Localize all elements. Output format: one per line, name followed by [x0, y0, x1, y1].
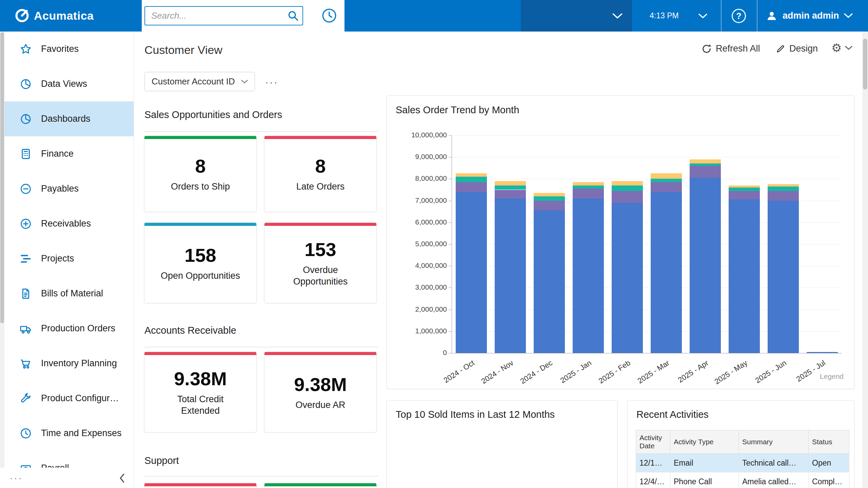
bar-segment-series-purple[interactable] — [690, 166, 721, 178]
bar-segment-series-teal[interactable] — [768, 187, 799, 191]
bar-segment-series-teal[interactable] — [651, 179, 682, 182]
collapse-sidebar-icon[interactable] — [119, 473, 125, 485]
sidebar-scrollbar[interactable] — [0, 32, 4, 488]
bar-segment-series-blue[interactable] — [456, 192, 487, 353]
table-row[interactable]: 12/4/…Phone CallAmelia called…Compl… — [636, 472, 849, 488]
sidebar-item-favorites[interactable]: Favorites — [4, 32, 134, 66]
bar-segment-series-purple[interactable] — [573, 189, 604, 198]
kpi-card-total-credit-extended[interactable]: 9.38M Total Credit Extended — [144, 352, 257, 432]
bar-segment-series-purple[interactable] — [651, 182, 682, 192]
filter-more-button[interactable]: ··· — [265, 73, 278, 92]
column-header-summary[interactable]: Summary — [739, 430, 809, 454]
gear-icon: ⚙ — [831, 42, 842, 54]
bar-segment-series-blue[interactable] — [495, 198, 526, 353]
section-divider — [144, 476, 378, 476]
sidebar-item-payables[interactable]: Payables — [4, 171, 134, 206]
sidebar: Favorites Data Views Dashboards Finance … — [0, 32, 134, 488]
support-card-right[interactable] — [264, 483, 377, 488]
bar-segment-series-blue[interactable] — [768, 201, 799, 353]
design-label: Design — [789, 43, 818, 54]
sidebar-item-projects[interactable]: Projects — [4, 241, 134, 276]
bar-segment-series-purple[interactable] — [456, 182, 487, 192]
gridline — [452, 179, 842, 179]
bar-segment-series-blue[interactable] — [573, 198, 604, 353]
bar-segment-series-yellow[interactable] — [729, 186, 760, 188]
design-button[interactable]: Design — [776, 43, 818, 54]
bar-segment-series-blue[interactable] — [651, 192, 682, 353]
kpi-card-orders-to-ship[interactable]: 8 Orders to Ship — [144, 136, 257, 212]
bar-segment-series-yellow[interactable] — [495, 181, 526, 186]
column-header-activity-type[interactable]: Activity Type — [670, 430, 739, 454]
kpi-card-late-orders[interactable]: 8 Late Orders — [264, 136, 377, 212]
sidebar-item-dashboards[interactable]: Dashboards — [4, 101, 134, 136]
bar-segment-series-purple[interactable] — [612, 191, 643, 203]
bar-segment-series-blue[interactable] — [534, 210, 565, 353]
page-scrollbar[interactable] — [862, 32, 868, 488]
sales-order-trend-widget: Sales Order Trend by Month 01,000,0002,0… — [387, 95, 854, 389]
sidebar-item-bills-of-material[interactable]: Bills of Material — [4, 276, 134, 311]
help-button[interactable]: ? — [732, 9, 746, 23]
kpi-card-overdue-opportunities[interactable]: 153 Overdue Opportunities — [264, 222, 377, 303]
sidebar-more-button[interactable]: ··· — [9, 468, 23, 488]
y-axis-label: 2,000,000 — [387, 305, 447, 313]
page-scrollbar-thumb[interactable] — [863, 39, 867, 90]
company-selector[interactable] — [521, 0, 632, 32]
business-date-icon[interactable] — [321, 7, 338, 24]
customer-account-id-dropdown[interactable]: Customer Account ID — [144, 72, 255, 91]
bar-segment-series-teal[interactable] — [573, 186, 604, 189]
brand-wordmark[interactable]: Acumatica — [34, 0, 94, 32]
time-selector[interactable]: 4:13 PM — [632, 0, 719, 32]
table-row[interactable]: 12/1…EmailTechnical call…Open — [636, 454, 849, 472]
bar-segment-series-yellow[interactable] — [534, 193, 565, 196]
acumatica-logo-icon[interactable] — [14, 8, 30, 25]
kpi-card-open-opportunities[interactable]: 158 Open Opportunities — [144, 222, 257, 303]
y-axis-label: 10,000,000 — [387, 131, 447, 139]
truck-icon — [19, 322, 32, 335]
kpi-accent-bar — [144, 136, 256, 139]
bar-segment-series-yellow[interactable] — [456, 173, 487, 177]
bar-segment-series-teal[interactable] — [690, 163, 721, 165]
sidebar-item-product-configurator[interactable]: Product Configur… — [4, 381, 134, 416]
kpi-card-overdue-ar[interactable]: 9.38M Overdue AR — [264, 352, 377, 432]
bar-segment-series-blue[interactable] — [690, 178, 721, 353]
sidebar-scrollbar-thumb[interactable] — [0, 32, 4, 323]
chart-legend-toggle[interactable]: Legend — [820, 372, 844, 380]
search-icon[interactable] — [287, 9, 299, 22]
sidebar-item-inventory-planning[interactable]: Inventory Planning — [4, 346, 134, 381]
bar-segment-series-purple[interactable] — [729, 191, 760, 200]
cart-icon — [19, 357, 32, 370]
bar-segment-series-teal[interactable] — [495, 186, 526, 190]
bar-segment-series-yellow[interactable] — [768, 184, 799, 186]
sidebar-item-time-and-expenses[interactable]: Time and Expenses — [4, 416, 134, 451]
sidebar-item-data-views[interactable]: Data Views — [4, 66, 134, 101]
bar-segment-series-purple[interactable] — [768, 191, 799, 201]
bar-segment-series-blue[interactable] — [612, 203, 643, 353]
bar-segment-series-purple[interactable] — [495, 190, 526, 199]
bar-segment-series-teal[interactable] — [534, 196, 565, 201]
support-card-left[interactable] — [144, 483, 257, 488]
bar-segment-series-yellow[interactable] — [612, 181, 643, 186]
dashboard-settings-button[interactable]: ⚙ — [831, 42, 852, 54]
column-header-status[interactable]: Status — [809, 430, 849, 454]
bar-segment-series-yellow[interactable] — [651, 173, 682, 179]
sidebar-item-payroll[interactable]: Payroll — [4, 451, 134, 468]
kpi-accent-bar — [144, 483, 256, 486]
bar-segment-series-teal[interactable] — [612, 186, 643, 191]
search-input[interactable] — [144, 6, 303, 25]
sidebar-item-finance[interactable]: Finance — [4, 136, 134, 171]
bar-segment-series-yellow[interactable] — [690, 159, 721, 164]
banknote-icon — [19, 462, 32, 468]
y-axis-label: 3,000,000 — [387, 283, 447, 291]
refresh-all-button[interactable]: Refresh All — [702, 43, 760, 54]
sidebar-item-production-orders[interactable]: Production Orders — [4, 311, 134, 346]
user-menu[interactable]: admin admin — [766, 0, 853, 32]
bar-segment-series-yellow[interactable] — [573, 182, 604, 186]
bar-segment-series-blue[interactable] — [729, 199, 760, 353]
bar-segment-series-purple[interactable] — [534, 201, 565, 211]
sidebar-item-receivables[interactable]: Receivables — [4, 206, 134, 241]
bar-segment-series-blue[interactable] — [807, 352, 838, 353]
bar-segment-series-teal[interactable] — [456, 177, 487, 182]
column-header-activity-date[interactable]: Activity Date — [636, 430, 670, 454]
design-icon — [776, 44, 785, 54]
bar-segment-series-teal[interactable] — [729, 188, 760, 191]
